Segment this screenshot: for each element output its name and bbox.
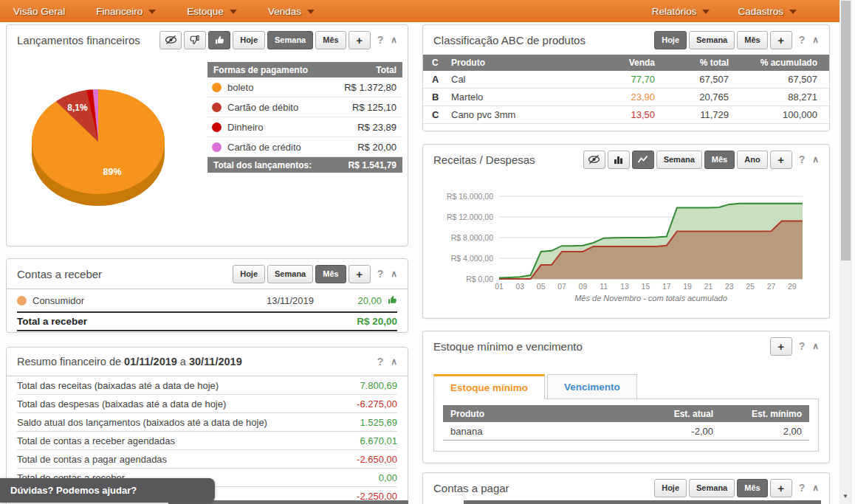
thumb-up-icon[interactable]: [387, 294, 397, 307]
legend-dot-icon: [212, 103, 222, 112]
resumo-row-value: -2.650,00: [357, 454, 397, 465]
panel-controls: HojeSemanaMês+?∧: [654, 479, 819, 497]
svg-text:R$ 4.000,00: R$ 4.000,00: [451, 254, 493, 263]
nav-item-financeiro[interactable]: Financeiro: [96, 6, 156, 17]
scrollbar-thumb[interactable]: [841, 1, 851, 260]
estoque-add-button[interactable]: +: [770, 337, 792, 356]
estoque-collapse-icon[interactable]: ∧: [812, 341, 819, 351]
total-receber-value: R$ 20,00: [357, 316, 397, 327]
panel-controls: ?∧: [373, 356, 397, 367]
bar-chart-icon[interactable]: [608, 151, 630, 169]
svg-text:15: 15: [642, 282, 650, 291]
panel-contas-a-receber: Contas a receber HojeSemanaMês+?∧ Consum…: [6, 258, 408, 333]
lancamentos-help-icon[interactable]: ?: [377, 34, 384, 46]
contas-pagar-button-mes[interactable]: Mês: [737, 479, 767, 497]
contas-pagar-collapse-icon[interactable]: ∧: [812, 483, 819, 493]
eye-slash-icon[interactable]: [583, 151, 605, 169]
contas-receber-button-semana[interactable]: Semana: [267, 265, 313, 283]
svg-text:07: 07: [557, 282, 566, 291]
contas-pagar-help-icon[interactable]: ?: [799, 482, 806, 494]
contas-receber-button-hoje[interactable]: Hoje: [233, 265, 265, 283]
panel-lancamentos-financeiros: Lançamentos financeiros HojeSemanaMês+?∧…: [6, 24, 408, 246]
abc-pct-acumulado: 88,271: [729, 92, 817, 103]
chevron-down-icon: [307, 10, 315, 14]
help-tooltip-text: Dúvidas? Podemos ajudar?: [10, 485, 137, 496]
abc-header-pct-total: % total: [655, 58, 729, 68]
abc-rows: ACal77,7067,50767,507BMartelo23,9020,765…: [423, 71, 829, 124]
line-chart-icon[interactable]: [632, 151, 654, 169]
panel-estoque-header: Estoque mínimo e vencimento +?∧: [423, 331, 829, 361]
contas-pagar-add-button[interactable]: +: [770, 479, 792, 497]
abc-collapse-icon[interactable]: ∧: [812, 35, 819, 45]
estoque-help-icon[interactable]: ?: [799, 340, 806, 352]
contas-receber-row[interactable]: Consumidor13/11/201920,00: [17, 289, 397, 311]
receitas-despesas-button-semana[interactable]: Semana: [656, 151, 702, 169]
lancamentos-add-button[interactable]: +: [348, 31, 371, 49]
client-name: Consumidor: [32, 295, 84, 306]
payment-method-label: Cartão de crédito: [227, 142, 301, 153]
nav-item-visao-geral[interactable]: Visão Geral: [13, 6, 65, 17]
receitas-despesas-add-button[interactable]: +: [770, 151, 792, 169]
abc-button-semana[interactable]: Semana: [689, 31, 735, 49]
resumo-collapse-icon[interactable]: ∧: [391, 356, 397, 367]
nav-item-relatorios[interactable]: Relatórios: [652, 6, 710, 17]
legend-dot-icon: [212, 142, 222, 152]
estoque-row: banana-2,002,00: [443, 422, 809, 441]
estoque-tab-content: Produto Est. atual Est. mínimo banana-2,…: [433, 398, 819, 452]
resumo-title-mid: a: [180, 356, 186, 367]
abc-help-icon[interactable]: ?: [799, 34, 806, 46]
resumo-row-value: 0,00: [379, 472, 397, 483]
row-value: 20,00: [357, 295, 382, 306]
contas-receber-button-mes[interactable]: Mês: [315, 265, 346, 283]
receitas-despesas-help-icon[interactable]: ?: [799, 153, 806, 165]
estoque-minimo: 2,00: [713, 426, 802, 437]
abc-produto: Martelo: [451, 92, 559, 103]
contas-pagar-button-semana[interactable]: Semana: [689, 479, 735, 497]
resumo-row: Total de contas a pagar agendadas-2.650,…: [17, 450, 397, 469]
svg-text:R$ 0,00: R$ 0,00: [466, 275, 493, 283]
tab-estoque-minimo[interactable]: Estoque mínimo: [433, 374, 545, 399]
resumo-row-label: Saldo atual dos lançamentos (baixados at…: [17, 417, 267, 428]
nav-item-label: Estoque: [187, 6, 224, 17]
scrollbar-down-arrow-icon[interactable]: ▼: [842, 493, 848, 500]
svg-text:05: 05: [537, 282, 546, 291]
tab-vencimento[interactable]: Vencimento: [547, 374, 637, 399]
lancamentos-button-hoje[interactable]: Hoje: [233, 31, 265, 49]
abc-add-button[interactable]: +: [770, 31, 792, 49]
abc-button-hoje[interactable]: Hoje: [654, 31, 687, 49]
nav-item-estoque[interactable]: Estoque: [187, 6, 237, 17]
lancamentos-collapse-icon[interactable]: ∧: [391, 35, 397, 45]
abc-header-produto: Produto: [451, 58, 559, 68]
resumo-row: Total das despesas (baixadas até a data …: [17, 395, 397, 413]
abc-header-pct-acumulado: % acumulado: [729, 58, 817, 68]
receitas-despesas-collapse-icon[interactable]: ∧: [812, 154, 819, 165]
lancamentos-button-semana[interactable]: Semana: [267, 31, 313, 49]
payment-row: DinheiroR$ 23,89: [207, 117, 402, 137]
svg-text:8,1%: 8,1%: [67, 103, 88, 113]
payment-header-label: Formas de pagamento: [213, 65, 308, 75]
lancamentos-button-mes[interactable]: Mês: [315, 31, 346, 49]
contas-receber-help-icon[interactable]: ?: [377, 268, 384, 280]
nav-item-vendas[interactable]: Vendas: [268, 6, 315, 17]
receitas-despesas-button-mes[interactable]: Mês: [704, 151, 735, 169]
abc-header-venda: Venda: [559, 58, 655, 68]
estoque-atual: -2,00: [625, 426, 713, 437]
thumb-down-icon[interactable]: [184, 31, 206, 49]
abc-venda: 23,90: [559, 92, 655, 103]
resumo-row-value: 7.800,69: [360, 380, 397, 391]
svg-text:09: 09: [579, 282, 588, 291]
contas-receber-add-button[interactable]: +: [348, 265, 371, 283]
vertical-scrollbar[interactable]: ▼: [839, 0, 852, 504]
panel-resumo-header: Resumo financeiro de 01/11/2019 a 30/11/…: [7, 348, 408, 376]
nav-item-cadastros[interactable]: Cadastros: [738, 6, 797, 17]
abc-button-mes[interactable]: Mês: [737, 31, 767, 49]
contas-receber-collapse-icon[interactable]: ∧: [391, 269, 397, 279]
payment-method-value: R$ 125,10: [352, 102, 396, 113]
resumo-help-icon[interactable]: ?: [377, 356, 384, 367]
eye-slash-icon[interactable]: [159, 31, 182, 49]
thumb-up-icon[interactable]: [208, 31, 230, 49]
abc-venda: 77,70: [559, 74, 655, 85]
help-tooltip[interactable]: Dúvidas? Podemos ajudar?: [0, 478, 215, 503]
contas-pagar-button-hoje[interactable]: Hoje: [654, 479, 687, 497]
receitas-despesas-button-ano[interactable]: Ano: [737, 151, 767, 169]
